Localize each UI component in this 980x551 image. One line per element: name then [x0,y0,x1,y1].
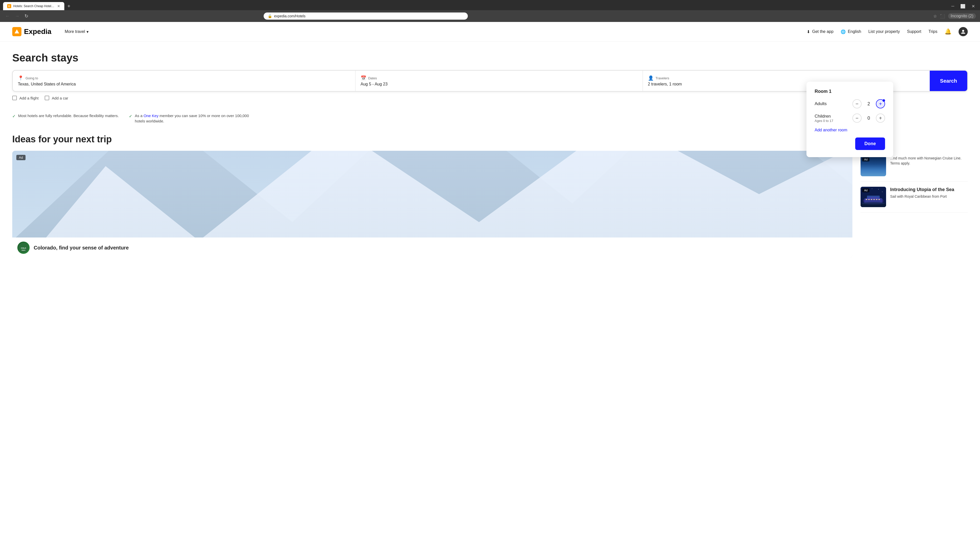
get-app-button[interactable]: ⬇ Get the app [807,29,834,34]
list-property-link[interactable]: List your property [868,29,900,34]
svg-text:RADO: RADO [22,249,25,251]
tab-favicon: E [7,4,11,8]
user-avatar[interactable] [959,27,968,36]
logo-icon [12,27,21,36]
children-increment-button[interactable]: + [876,114,885,123]
tab-title: Hotels: Search Cheap Hotels, ... [13,4,55,8]
tab-close-button[interactable]: ✕ [57,4,60,8]
svg-point-1 [962,30,964,32]
check-icon: ✓ [12,114,16,119]
ad-card-caption: COLO RADO Colorado, find your sense of a… [12,238,853,258]
add-flight-checkbox[interactable]: Add a flight [12,96,38,100]
adults-counter-row: Adults − 2 + [815,99,885,108]
more-travel-button[interactable]: More travel ▾ [62,27,92,36]
dates-value: Aug 5 - Aug 23 [361,82,638,86]
right-cards: Ad ...nd much more with Norwegian Cruise… [861,151,968,258]
refresh-button[interactable]: ↻ [24,12,29,20]
content-grid: Ad [12,151,968,258]
adults-increment-button[interactable]: + [876,99,885,108]
minimize-button[interactable]: ─ [950,3,956,10]
children-decrement-button[interactable]: − [853,114,862,123]
new-tab-button[interactable]: + [65,2,73,10]
trips-label: Trips [928,29,937,34]
window-controls: ─ ⬜ ✕ [950,3,977,10]
benefit-refundable: ✓ Most hotels are fully refundable. Beca… [12,113,119,119]
notifications-bell-icon[interactable]: 🔔 [945,28,951,35]
dates-label: 📅 Dates [361,75,638,81]
svg-point-44 [862,202,885,205]
trips-link[interactable]: Trips [928,29,937,34]
main-ad-card[interactable]: Ad [12,151,853,258]
bookmark-icon[interactable]: ☆ [933,14,937,19]
children-counter-row: Children Ages 0 to 17 − 0 + [815,114,885,123]
person-icon: 👤 [648,75,654,81]
expedia-logo[interactable]: Expedia [12,27,51,36]
address-text: expedia.com/Hotels [274,14,305,18]
children-value: 0 [865,116,872,121]
destination-value: Texas, United States of America [18,82,350,86]
destination-field[interactable]: 📍 Going to Texas, United States of Ameri… [13,71,355,91]
browser-chrome: E Hotels: Search Cheap Hotels, ... ✕ + ─… [0,0,980,22]
ski-scene-svg [12,151,853,238]
norwegian-card-image: Ad [861,156,886,176]
add-another-room-link[interactable]: Add another room [815,128,885,132]
adults-label: Adults [815,101,827,106]
support-link[interactable]: Support [907,29,921,34]
colorado-logo: COLO RADO [18,241,30,254]
browser-tab-active[interactable]: E Hotels: Search Cheap Hotels, ... ✕ [3,2,64,10]
destination-label: 📍 Going to [18,75,350,81]
done-button[interactable]: Done [855,138,885,150]
browser-address-bar: ← → ↻ 🔒 expedia.com/Hotels ☆ ⬛ Incognito… [0,10,980,22]
header-right: ⬇ Get the app 🌐 English List your proper… [807,27,968,36]
search-title: Search stays [12,52,968,64]
adults-value: 2 [865,101,872,106]
add-car-checkbox-box[interactable] [45,96,49,100]
svg-point-31 [878,189,879,189]
globe-icon: 🌐 [841,29,846,34]
adults-counter-controls: − 2 + [853,99,885,108]
browser-tab-bar: E Hotels: Search Cheap Hotels, ... ✕ + ─… [0,0,980,10]
benefit-one-key-text: As a One Key member you can save 10% or … [135,113,256,124]
add-car-checkbox[interactable]: Add a car [45,96,68,100]
language-button[interactable]: 🌐 English [841,29,861,34]
benefit-one-key: ✓ As a One Key member you can save 10% o… [129,113,256,124]
utopia-card-title: Introducing Utopia of the Sea [890,187,968,192]
list-property-label: List your property [868,29,900,34]
ad-card-caption-text: Colorado, find your sense of adventure [34,245,129,251]
benefit-refundable-text: Most hotels are fully refundable. Becaus… [18,113,119,118]
travelers-label: 👤 Travelers [648,75,925,81]
norwegian-card-content: ...nd much more with Norwegian Cruise Li… [890,156,968,166]
more-travel-label: More travel [65,29,85,34]
download-icon: ⬇ [807,29,810,34]
norwegian-ad-badge: Ad [862,157,870,162]
support-label: Support [907,29,921,34]
address-bar-input[interactable]: 🔒 expedia.com/Hotels [264,13,468,20]
children-label: Children Ages 0 to 17 [815,114,833,123]
svg-point-32 [872,189,872,189]
check-icon-2: ✓ [129,114,132,119]
page-content: Expedia More travel ▾ ⬇ Get the app 🌐 En… [0,22,980,551]
svg-marker-0 [14,29,19,33]
browser-actions: ☆ ⬛ Incognito (2) [933,13,976,19]
forward-button[interactable]: → [14,13,21,20]
search-button[interactable]: Search [930,71,967,91]
close-window-button[interactable]: ✕ [969,3,977,10]
logo-text: Expedia [24,27,51,36]
utopia-side-card[interactable]: Ad Introducing Utopia of the Sea Sail wi… [861,182,968,213]
restore-button[interactable]: ⬜ [958,3,967,10]
utopia-card-desc: Sail with Royal Caribbean from Port [890,194,968,199]
split-view-icon[interactable]: ⬛ [940,14,945,19]
site-header: Expedia More travel ▾ ⬇ Get the app 🌐 En… [0,22,980,41]
add-flight-checkbox-box[interactable] [12,96,17,100]
dates-field[interactable]: 📅 Dates Aug 5 - Aug 23 [355,71,643,91]
incognito-badge[interactable]: Incognito (2) [948,13,976,19]
language-label: English [848,29,861,34]
back-button[interactable]: ← [4,13,11,20]
utopia-card-image: Ad [861,187,886,207]
add-car-label: Add a car [52,96,68,100]
one-key-link[interactable]: One Key [144,114,159,118]
adults-decrement-button[interactable]: − [853,99,862,108]
chevron-down-icon: ▾ [86,29,89,34]
travelers-dropdown: Room 1 Adults − 2 + Children Ages 0 to 1… [807,82,893,157]
children-counter-controls: − 0 + [853,114,885,123]
